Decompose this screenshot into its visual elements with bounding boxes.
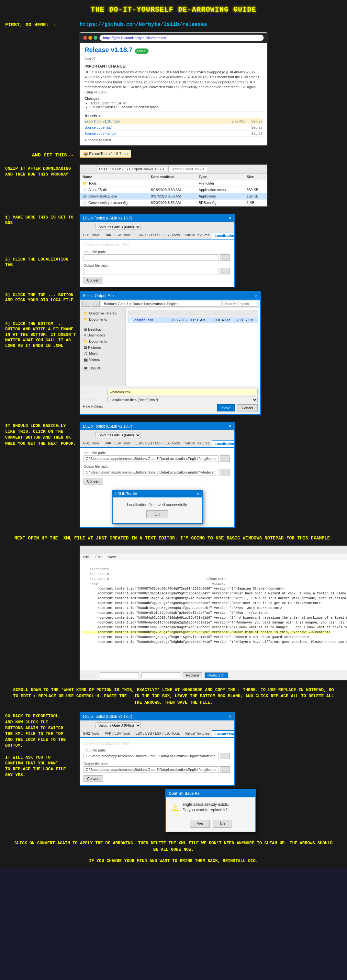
sidebar-this-pc[interactable]: 💻 This PC xyxy=(82,365,123,371)
release-title: Release v1.18.7 xyxy=(85,46,133,54)
tab2-localization[interactable]: Localization xyxy=(212,440,234,447)
table-row-highlighted[interactable]: ⚙️ConverterApp.exe 9/27/2023 6:58 AM App… xyxy=(80,193,267,199)
filedialog-cancel-btn[interactable]: Cancel xyxy=(237,404,257,412)
sidebar-downloads[interactable]: ⬇ Downloads xyxy=(82,332,123,339)
replace-btn[interactable]: Replace xyxy=(183,672,201,678)
filedialog-file-row-loca[interactable]: 📄 english.loca 10/27/2023 11:50 AM LOCA … xyxy=(128,317,258,323)
lslib2-col: LSLib Toolkit (LSLib v1.18.7) ✕ Game: Ba… xyxy=(80,422,342,528)
tab-localization-1[interactable]: Localization xyxy=(212,232,234,239)
success-close-btn[interactable]: ✕ xyxy=(196,492,199,496)
explorer-up-btn[interactable]: ↑ xyxy=(93,167,95,171)
output-row-2: ... xyxy=(83,469,231,476)
input-path-3[interactable] xyxy=(83,753,219,759)
hide-folders-toggle[interactable]: Hide Folders xyxy=(83,404,103,412)
asset-row-3[interactable]: Source code (tar.gz) Sep 27 xyxy=(85,130,262,137)
tab3-virtual[interactable]: Virtual Textures xyxy=(182,730,212,737)
output-path-2[interactable] xyxy=(83,469,219,476)
replace-label: Replace xyxy=(83,673,96,677)
notepad-view-menu[interactable]: View xyxy=(105,554,119,560)
replace-all-btn[interactable]: Replace All xyxy=(205,672,228,678)
sidebar-onedrive[interactable]: 📁 OneDrive - Perso xyxy=(82,310,123,317)
lslib-close-btn-3[interactable]: ✕ xyxy=(229,714,232,719)
tab2-gr2[interactable]: GR2 Tools xyxy=(80,440,102,447)
col-size: Size xyxy=(244,173,267,180)
convert-btn-1[interactable]: Convert xyxy=(83,277,103,283)
sidebar-documents-2[interactable]: 📁 Documents xyxy=(82,339,123,345)
sidebar-videos[interactable]: 🎬 Videos xyxy=(82,356,123,363)
convert-btn-2[interactable]: Convert xyxy=(83,478,103,485)
lslib-close-btn-2[interactable]: ✕ xyxy=(229,424,232,429)
asset-row-1[interactable]: ExportTool-v1.18.7.zip 2.99 MB Sep 27 xyxy=(85,118,262,124)
filedialog-filetype-select[interactable]: Localization files ("loca","xml") xyxy=(107,396,257,403)
output-path-3[interactable] xyxy=(83,766,219,773)
win-close-btn[interactable] xyxy=(83,36,87,40)
filedialog-save-btn[interactable]: Save xyxy=(217,404,235,412)
filedialog-search-input[interactable] xyxy=(223,301,258,307)
tab2-lsx[interactable]: LSX / LSB / LSF / LSJ Tools xyxy=(133,440,182,447)
tab3-lsx[interactable]: LSX / LSB / LSF / LSJ Tools xyxy=(133,730,182,737)
file-size-cell xyxy=(244,180,267,186)
tab-lsx[interactable]: LSX / LSB / LSF / LSJ Tools xyxy=(133,232,182,239)
explorer-fwd-btn[interactable]: → xyxy=(88,167,91,171)
win-max-btn[interactable] xyxy=(94,36,98,40)
confirm-dialog-area: Confirm Save As ⚠ english.loca already e… xyxy=(80,789,342,832)
output-browse-btn-2[interactable]: ... xyxy=(220,469,230,476)
output-browse-btn-3[interactable]: ... xyxy=(220,766,230,773)
asset-name-3: Source code (tar.gz) xyxy=(85,132,117,135)
sidebar-documents[interactable]: 📁 Documents xyxy=(82,317,123,323)
notepad-section: Untitled - whatever.xml - Notepad ─ □ ✕ … xyxy=(0,544,347,682)
github-url[interactable]: https://github.com/Norbyte/lslib/release… xyxy=(80,22,207,27)
sidebar-desktop[interactable]: 🖥 Desktop xyxy=(82,326,123,332)
sidebar-music[interactable]: 🎵 Music xyxy=(82,350,123,356)
success-ok-btn[interactable]: OK xyxy=(146,511,168,518)
explorer-search-input[interactable] xyxy=(168,166,207,172)
input-browse-btn-1[interactable]: ... xyxy=(220,255,230,261)
input-browse-btn-2[interactable]: ... xyxy=(220,455,230,462)
convert-btn-3[interactable]: Convert xyxy=(83,775,103,782)
notepad-file-menu[interactable]: File xyxy=(80,554,92,560)
input-path-1[interactable] xyxy=(83,255,219,261)
explorer-back-btn[interactable]: ← xyxy=(83,167,86,171)
sidebar-pictures[interactable]: 🖼 Pictures xyxy=(82,345,123,350)
open-xml-text: NEXT OPEN UP THE .XML FILE WE JUST CREAT… xyxy=(10,535,337,542)
table-row[interactable]: 📁Tools File folder xyxy=(80,180,267,186)
notepad-edit-menu[interactable]: Edit xyxy=(92,554,105,560)
output-path-1[interactable] xyxy=(83,268,219,274)
table-row[interactable]: 📄ConverterApp.exe.config 8/20/2023 8:53 … xyxy=(80,199,267,206)
confirm-yes-btn[interactable]: Yes xyxy=(190,820,210,828)
output-browse-btn-1[interactable]: ... xyxy=(220,268,230,274)
input-field-2: Input file path: ... xyxy=(83,451,231,462)
table-row[interactable]: 📄AlphaFS.dll 8/18/2023 9:39 AM Applicati… xyxy=(80,186,267,193)
explorer-address-bar[interactable]: This PC > Fun (F:) > ExportTool-v1.18.7 … xyxy=(96,166,167,172)
highlighted-file[interactable]: 📦 ExportTool-v1.18.7.zip xyxy=(80,150,131,158)
tab-pak[interactable]: PAK / LSV Tools xyxy=(102,232,133,239)
notepad-body[interactable]: </content> <content c <content c </conte… xyxy=(80,560,347,670)
browser-url-bar[interactable]: https://github.com/Norbyte/lslib/release… xyxy=(99,35,264,41)
input-path-2[interactable] xyxy=(83,455,219,462)
file-date-cell: 9/27/2023 6:58 AM xyxy=(148,193,196,199)
game-select-3[interactable]: Baldur's Gate 3 (64bit) xyxy=(96,722,141,728)
filedialog-back-btn[interactable]: ← xyxy=(82,301,90,307)
tab3-gr2[interactable]: GR2 Tools xyxy=(80,730,102,737)
tab-gr2[interactable]: GR2 Tools xyxy=(80,232,102,239)
tab2-pak[interactable]: PAK / LSV Tools xyxy=(102,440,133,447)
tab3-pak[interactable]: PAK / LSV Tools xyxy=(102,730,133,737)
input-browse-btn-3[interactable]: ... xyxy=(220,753,230,759)
confirm-no-btn[interactable]: No xyxy=(213,820,232,828)
tab-virtual-textures[interactable]: Virtual Textures xyxy=(182,232,212,239)
find-input[interactable] xyxy=(100,672,139,678)
game-select-2[interactable]: Baldur's Gate 3 (64bit) xyxy=(96,432,141,438)
win-min-btn[interactable] xyxy=(88,36,92,40)
filedialog-forward-btn[interactable]: → xyxy=(91,301,100,307)
filedialog-close-btn[interactable]: ✕ xyxy=(254,293,257,298)
filedialog-filename-input[interactable] xyxy=(107,389,257,395)
success-dialog-titlebar: LSLib Toolkit ✕ xyxy=(113,490,202,498)
lslib-close-btn-1[interactable]: ✕ xyxy=(229,216,232,220)
tab2-virtual[interactable]: Virtual Textures xyxy=(182,440,212,447)
filedialog-filename-row: File name: xyxy=(83,389,257,395)
game-select-1[interactable]: Baldur's Gate 3 (64bit) xyxy=(96,224,141,230)
replace-input[interactable] xyxy=(141,672,180,678)
asset-row-2[interactable]: Source code (zip) Sep 27 xyxy=(85,124,262,130)
tab3-localization[interactable]: Localization xyxy=(212,730,234,737)
filedialog-address-bar[interactable]: Baldur's Gate 3 > Data > Localization > … xyxy=(101,301,221,307)
